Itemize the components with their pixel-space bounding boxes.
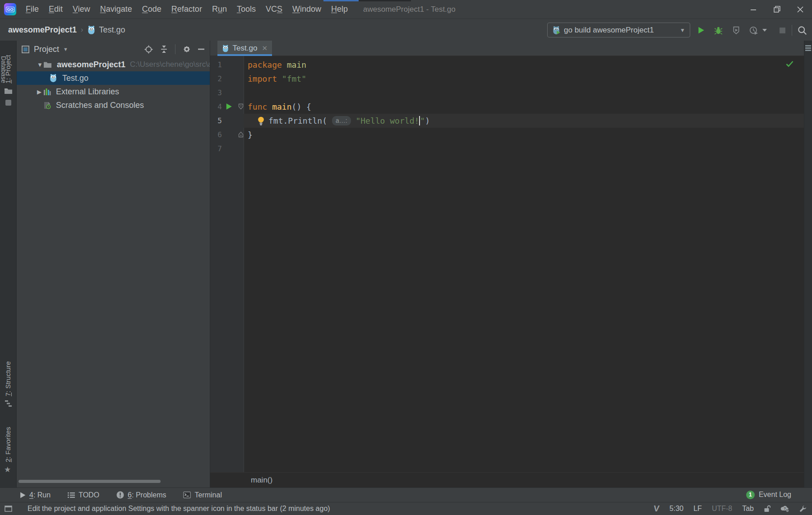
menu-help[interactable]: Help [326, 5, 353, 14]
chevron-down-icon[interactable]: ▼ [63, 46, 68, 52]
code-text: } [248, 130, 253, 139]
database-stripe-icon[interactable] [805, 45, 811, 51]
breadcrumb-project[interactable]: awesomeProject1 [8, 25, 77, 35]
line-number[interactable]: 6 [210, 130, 222, 139]
event-log[interactable]: 1 Event Log [746, 487, 791, 502]
minimize-button[interactable] [742, 0, 765, 19]
menu-navigate[interactable]: Navigate [95, 5, 137, 14]
toolwindow-problems[interactable]: 6: Problems [116, 491, 166, 499]
structure-stripe-icon[interactable] [5, 400, 12, 407]
menu-window[interactable]: Window [287, 5, 326, 14]
inspections-ok-icon[interactable] [786, 60, 794, 67]
indent-style[interactable]: Tab [742, 505, 754, 513]
run-button[interactable] [696, 25, 706, 36]
gopher-file-icon [87, 25, 96, 35]
line-ending[interactable]: LF [693, 505, 702, 513]
line-number[interactable]: 4 [210, 102, 222, 111]
intention-bulb-icon[interactable] [257, 116, 265, 125]
editor-breadcrumb-bar: main() [210, 472, 804, 487]
sidebar-item-database[interactable]: Database [0, 56, 7, 83]
toolwindow-todo[interactable]: TODO [68, 491, 99, 499]
code-line-5[interactable]: 5fmt.Println( a…: "Hello world!") [210, 114, 804, 128]
project-panel-header: Project ▼ [17, 41, 210, 58]
sidebar-item-structure[interactable]: 7: Structure [4, 361, 12, 396]
menu-vcs[interactable]: VCS [261, 5, 287, 14]
gear-icon[interactable] [183, 45, 191, 53]
chevron-expanded-icon[interactable]: ▼ [37, 61, 43, 68]
main-menu: FileEditViewNavigateCodeRefactorRunTools… [21, 0, 353, 19]
vim-mode-icon[interactable]: V [653, 504, 660, 514]
star-icon[interactable]: ★ [4, 465, 11, 474]
debug-button[interactable] [713, 25, 724, 36]
editor-tab-bar: Test.go ✕ [210, 41, 804, 56]
code-area[interactable]: 1package main2import "fmt"34func main() … [210, 58, 804, 156]
code-line-2[interactable]: 2import "fmt" [210, 72, 804, 86]
code-line-7[interactable]: 7 [210, 142, 804, 156]
code-line-6[interactable]: 6} [210, 128, 804, 142]
event-log-label: Event Log [759, 491, 791, 499]
profiler-dropdown-arrow[interactable] [761, 25, 768, 36]
run-configuration-select[interactable]: go build awesomeProject1 ▼ [547, 23, 690, 37]
goland-window: GO FileEditViewNavigateCodeRefactorRunTo… [0, 0, 812, 515]
menu-run[interactable]: Run [207, 5, 232, 14]
chevron-down-icon: ▼ [680, 27, 685, 33]
code-line-4[interactable]: 4func main() { [210, 100, 804, 114]
tree-row-testgo[interactable]: ▼ Test.go [17, 71, 210, 85]
file-encoding[interactable]: UTF-8 [712, 505, 732, 513]
spanner-icon[interactable] [799, 505, 807, 512]
close-button[interactable] [789, 0, 812, 19]
chevron-collapsed-icon[interactable]: ▶ [37, 88, 43, 95]
caret-position[interactable]: 5:30 [669, 505, 683, 513]
horizontal-scrollbar[interactable] [18, 480, 161, 483]
chevron-right-icon: › [81, 26, 83, 34]
tree-root-path: C:\Users\chene\go\src\a [130, 60, 210, 69]
collapse-all-icon[interactable] [160, 45, 168, 53]
toolbar-separator [792, 25, 792, 36]
code-text: fmt.Println( a…: "Hello world!") [248, 116, 430, 125]
line-number[interactable]: 2 [210, 74, 222, 83]
code-text: package main [248, 60, 306, 70]
fold-end-icon[interactable] [237, 131, 245, 138]
tab-close-icon[interactable]: ✕ [262, 44, 268, 52]
sidebar-item-favorites[interactable]: 2: Favorites [4, 427, 12, 462]
locate-file-icon[interactable] [144, 45, 153, 54]
project-panel-title[interactable]: Project [34, 45, 59, 54]
breadcrumb-main[interactable]: main() [251, 476, 272, 485]
breadcrumb-file[interactable]: Test.go [99, 25, 125, 35]
toolwindow-terminal[interactable]: Terminal [183, 491, 221, 499]
tree-row-external-libraries[interactable]: ▶ External Libraries [17, 85, 210, 98]
run-line-icon[interactable] [226, 103, 232, 110]
stop-button [777, 25, 788, 36]
search-everywhere-button[interactable] [797, 25, 807, 36]
profiler-button[interactable] [748, 25, 759, 36]
run-with-coverage-button[interactable] [731, 25, 742, 36]
status-message[interactable]: Edit the project and application Setting… [28, 505, 330, 513]
line-number[interactable]: 3 [210, 88, 222, 97]
code-line-1[interactable]: 1package main [210, 58, 804, 72]
terminal-icon [183, 492, 191, 498]
folder-icon [43, 61, 52, 68]
menu-tools[interactable]: Tools [232, 5, 261, 14]
tree-row-scratches[interactable]: ▶ Scratches and Consoles [17, 98, 210, 112]
tree-row-root[interactable]: ▼ awesomeProject1 C:\Users\chene\go\src\… [17, 58, 210, 71]
titlebar-dark-strip [359, 0, 411, 1]
line-number[interactable]: 5 [210, 116, 222, 125]
code-line-3[interactable]: 3 [210, 86, 804, 100]
menu-file[interactable]: File [21, 5, 44, 14]
line-number[interactable]: 1 [210, 60, 222, 69]
cloud-config-icon[interactable]: ? [780, 505, 789, 512]
tab-testgo[interactable]: Test.go ✕ [217, 41, 272, 56]
fold-start-icon[interactable] [237, 103, 245, 110]
bottom-tool-bar: 4: Run TODO 6: Problems Terminal [0, 487, 812, 502]
lock-icon[interactable] [764, 505, 770, 512]
line-number[interactable]: 7 [210, 144, 222, 153]
toolwindow-run[interactable]: 4: Run [20, 491, 51, 499]
menu-edit[interactable]: Edit [44, 5, 68, 14]
menu-code[interactable]: Code [137, 5, 166, 14]
menu-view[interactable]: View [68, 5, 95, 14]
restore-button[interactable] [765, 0, 789, 19]
tool-stripe-icon[interactable] [5, 99, 12, 106]
hide-panel-icon[interactable] [198, 48, 204, 50]
folder-stripe-icon[interactable] [4, 87, 13, 94]
menu-refactor[interactable]: Refactor [166, 5, 207, 14]
